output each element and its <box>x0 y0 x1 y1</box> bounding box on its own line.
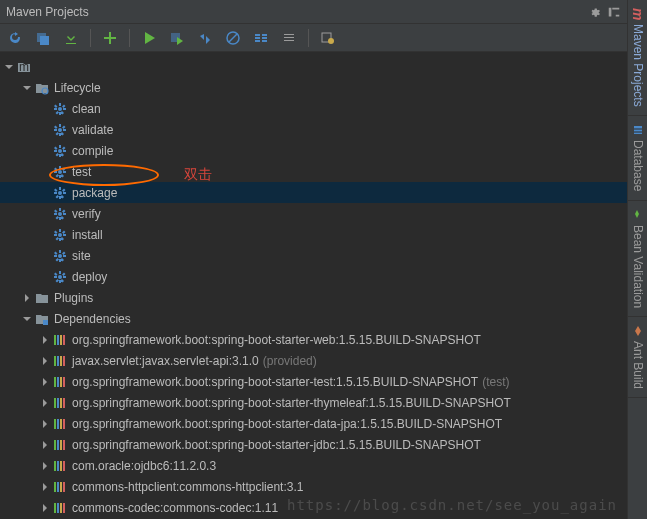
chevron-icon <box>38 333 52 347</box>
svg-rect-22 <box>63 356 65 366</box>
node-icon <box>52 269 68 285</box>
chevron-icon <box>38 270 52 284</box>
lifecycle-goal-test[interactable]: test <box>0 161 627 182</box>
skip-tests-button[interactable] <box>222 27 244 49</box>
lifecycle-node[interactable]: Lifecycle <box>0 77 627 98</box>
node-icon: m <box>16 59 32 75</box>
lifecycle-goal-install[interactable]: install <box>0 224 627 245</box>
node-label: org.springframework.boot:spring-boot-sta… <box>72 438 481 452</box>
side-tab-icon <box>631 124 645 136</box>
collapse-all-button[interactable] <box>278 27 300 49</box>
node-label: site <box>72 249 91 263</box>
right-sidebar: mMaven ProjectsDatabaseBean ValidationAn… <box>627 0 647 519</box>
project-root[interactable]: m <box>0 56 627 77</box>
svg-rect-37 <box>60 440 62 450</box>
dependency-item[interactable]: commons-httpclient:commons-httpclient:3.… <box>0 476 627 497</box>
chevron-icon <box>20 291 34 305</box>
svg-rect-15 <box>54 335 56 345</box>
svg-point-5 <box>58 107 62 111</box>
node-label: com.oracle:ojdbc6:11.2.0.3 <box>72 459 216 473</box>
node-hint: (test) <box>482 375 509 389</box>
node-hint: (provided) <box>263 354 317 368</box>
project-tree: mLifecyclecleanvalidatecompiletestpackag… <box>0 52 627 519</box>
svg-rect-19 <box>54 356 56 366</box>
svg-rect-26 <box>63 377 65 387</box>
side-tab-icon <box>631 325 645 337</box>
svg-text:m: m <box>19 60 29 74</box>
side-tab-bean-validation[interactable]: Bean Validation <box>628 201 647 317</box>
node-icon <box>52 332 68 348</box>
chevron-icon <box>38 438 52 452</box>
side-tab-database[interactable]: Database <box>628 116 647 200</box>
node-label: org.springframework.boot:spring-boot-sta… <box>72 375 478 389</box>
side-tab-label: Ant Build <box>631 341 645 389</box>
node-label: test <box>72 165 91 179</box>
hide-icon[interactable] <box>607 5 621 19</box>
dependency-item[interactable]: org.springframework.boot:spring-boot-sta… <box>0 434 627 455</box>
chevron-icon <box>38 102 52 116</box>
dependency-item[interactable]: com.oracle:ojdbc6:11.2.0.3 <box>0 455 627 476</box>
lifecycle-goal-site[interactable]: site <box>0 245 627 266</box>
generate-sources-button[interactable] <box>32 27 54 49</box>
dependency-item[interactable]: org.springframework.boot:spring-boot-sta… <box>0 392 627 413</box>
show-deps-button[interactable] <box>250 27 272 49</box>
chevron-icon <box>38 123 52 137</box>
svg-rect-28 <box>57 398 59 408</box>
side-tab-label: Maven Projects <box>631 24 645 107</box>
svg-rect-45 <box>60 482 62 492</box>
dependency-item[interactable]: org.springframework.boot:spring-boot-sta… <box>0 413 627 434</box>
node-label: org.springframework.boot:spring-boot-sta… <box>72 417 502 431</box>
lifecycle-goal-compile[interactable]: compile <box>0 140 627 161</box>
chevron-icon <box>2 60 16 74</box>
node-label: commons-codec:commons-codec:1.11 <box>72 501 278 515</box>
svg-rect-50 <box>63 503 65 513</box>
svg-rect-40 <box>57 461 59 471</box>
toggle-offline-button[interactable] <box>194 27 216 49</box>
separator <box>308 29 309 47</box>
chevron-icon <box>38 144 52 158</box>
node-label: package <box>72 186 117 200</box>
panel-header: Maven Projects <box>0 0 627 24</box>
lifecycle-goal-clean[interactable]: clean <box>0 98 627 119</box>
download-button[interactable] <box>60 27 82 49</box>
node-icon <box>52 416 68 432</box>
svg-point-12 <box>58 254 62 258</box>
node-label: org.springframework.boot:spring-boot-sta… <box>72 396 511 410</box>
lifecycle-goal-validate[interactable]: validate <box>0 119 627 140</box>
node-label: Plugins <box>54 291 93 305</box>
side-tab-label: Database <box>631 140 645 191</box>
svg-rect-49 <box>60 503 62 513</box>
dependency-item[interactable]: commons-codec:commons-codec:1.11 <box>0 497 627 518</box>
execute-button[interactable] <box>166 27 188 49</box>
dependency-item[interactable]: javax.servlet:javax.servlet-api:3.1.0(pr… <box>0 350 627 371</box>
node-icon <box>52 437 68 453</box>
svg-rect-17 <box>60 335 62 345</box>
svg-rect-44 <box>57 482 59 492</box>
side-tab-maven-projects[interactable]: mMaven Projects <box>628 0 647 116</box>
run-button[interactable] <box>138 27 160 49</box>
add-button[interactable] <box>99 27 121 49</box>
lifecycle-goal-package[interactable]: package <box>0 182 627 203</box>
gear-icon[interactable] <box>587 5 601 19</box>
svg-point-2 <box>328 38 334 44</box>
panel-title: Maven Projects <box>6 5 89 19</box>
chevron-icon <box>38 501 52 515</box>
svg-point-6 <box>58 128 62 132</box>
lifecycle-goal-verify[interactable]: verify <box>0 203 627 224</box>
lifecycle-goal-deploy[interactable]: deploy <box>0 266 627 287</box>
plugins-node[interactable]: Plugins <box>0 287 627 308</box>
dependency-item[interactable]: org.springframework.boot:spring-boot-sta… <box>0 329 627 350</box>
side-tab-ant-build[interactable]: Ant Build <box>628 317 647 398</box>
svg-point-7 <box>58 149 62 153</box>
settings-button[interactable] <box>317 27 339 49</box>
svg-point-8 <box>58 170 62 174</box>
node-icon <box>52 143 68 159</box>
dependencies-node[interactable]: Dependencies <box>0 308 627 329</box>
svg-rect-25 <box>60 377 62 387</box>
node-icon <box>52 500 68 516</box>
chevron-icon <box>38 186 52 200</box>
chevron-icon <box>38 417 52 431</box>
svg-rect-48 <box>57 503 59 513</box>
reimport-button[interactable] <box>4 27 26 49</box>
dependency-item[interactable]: org.springframework.boot:spring-boot-sta… <box>0 371 627 392</box>
